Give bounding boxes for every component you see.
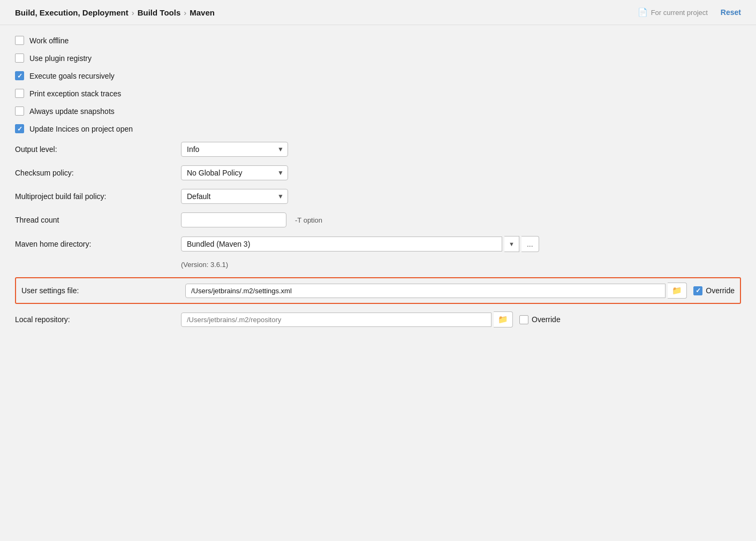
output-level-label: Output level: [15,145,181,154]
thread-count-hint: -T option [295,216,322,224]
user-settings-input[interactable] [185,284,666,298]
local-repo-file-area: 📁 [181,311,513,327]
output-level-select[interactable]: Info Debug Error [181,142,288,157]
update-indices-row: Update Incices on project open [15,124,741,133]
maven-home-label: Maven home directory: [15,240,181,248]
breadcrumb-part3: Maven [190,8,215,17]
thread-count-row: Thread count -T option [15,212,741,227]
maven-home-select[interactable]: Bundled (Maven 3) [181,237,502,252]
for-current-project: 📄 For current project [638,7,708,17]
update-indices-label: Update Incices on project open [29,125,133,133]
print-exception-row: Print exception stack traces [15,89,741,98]
maven-home-browse-button[interactable]: ... [521,236,539,252]
user-settings-override-label: Override [706,286,735,295]
content-area: Work offline Use plugin registry Execute… [0,25,756,351]
multiproject-fail-label: Multiproject build fail policy: [15,192,181,201]
user-settings-file-area: 📁 [185,283,687,299]
user-settings-override-checkbox[interactable] [693,286,702,295]
breadcrumb-part2: Build Tools [138,8,181,17]
work-offline-label: Work offline [29,36,69,45]
work-offline-row: Work offline [15,36,741,45]
breadcrumb-part1: Build, Execution, Deployment [15,8,128,17]
always-update-label: Always update snapshots [29,107,115,116]
user-settings-folder-button[interactable]: 📁 [668,283,687,299]
work-offline-checkbox[interactable] [15,36,24,45]
update-indices-checkbox[interactable] [15,124,24,133]
multiproject-fail-row: Multiproject build fail policy: Default … [15,189,741,204]
multiproject-fail-select-wrapper: Default Never fail Fail at end Fail fast… [181,189,288,204]
local-repo-input[interactable] [181,313,492,327]
maven-home-select-wrapper: Bundled (Maven 3) [181,237,502,252]
always-update-row: Always update snapshots [15,106,741,116]
local-repo-override-area: Override [519,315,561,324]
user-settings-row: User settings file: 📁 Override [15,277,741,304]
local-repo-override-label: Override [532,315,561,324]
header: Build, Execution, Deployment › Build Too… [0,0,756,25]
output-level-control: Info Debug Error ▼ [181,142,288,157]
checksum-policy-row: Checksum policy: No Global Policy Fail W… [15,165,741,180]
maven-home-row: Maven home directory: Bundled (Maven 3) … [15,236,741,252]
local-repo-override-checkbox[interactable] [519,315,528,324]
print-exception-checkbox[interactable] [15,89,24,98]
reset-button[interactable]: Reset [721,8,741,17]
settings-panel: Build, Execution, Deployment › Build Too… [0,0,756,541]
checksum-policy-select-wrapper: No Global Policy Fail Warn Ignore ▼ [181,165,288,180]
user-settings-label: User settings file: [21,286,185,295]
use-plugin-registry-row: Use plugin registry [15,54,741,63]
header-right: 📄 For current project Reset [638,7,741,17]
always-update-checkbox[interactable] [15,106,24,116]
local-repo-label: Local repository: [15,315,181,324]
thread-count-input[interactable] [181,212,286,227]
breadcrumb-sep1: › [132,8,134,17]
local-repo-folder-icon: 📁 [498,315,508,324]
thread-count-label: Thread count [15,216,181,224]
user-settings-override-area: Override [693,286,735,295]
use-plugin-registry-checkbox[interactable] [15,54,24,63]
checksum-policy-label: Checksum policy: [15,169,181,177]
execute-goals-label: Execute goals recursively [29,72,115,80]
output-level-row: Output level: Info Debug Error ▼ [15,142,741,157]
execute-goals-checkbox[interactable] [15,71,24,80]
maven-home-control: Bundled (Maven 3) ▼ ... [181,236,539,252]
thread-count-control: -T option [181,212,322,227]
form-section: Output level: Info Debug Error ▼ Checksu… [15,142,741,327]
maven-version-text: (Version: 3.6.1) [181,261,741,269]
multiproject-fail-select[interactable]: Default Never fail Fail at end Fail fast [181,189,288,204]
breadcrumb: Build, Execution, Deployment › Build Too… [15,8,215,17]
execute-goals-row: Execute goals recursively [15,71,741,80]
checksum-policy-control: No Global Policy Fail Warn Ignore ▼ [181,165,288,180]
folder-icon: 📁 [672,286,682,295]
maven-home-dropdown-button[interactable]: ▼ [504,236,519,252]
multiproject-fail-control: Default Never fail Fail at end Fail fast… [181,189,288,204]
for-current-project-label: For current project [651,9,708,17]
local-repo-row: Local repository: 📁 Override [15,311,741,327]
print-exception-label: Print exception stack traces [29,89,121,98]
output-level-select-wrapper: Info Debug Error ▼ [181,142,288,157]
project-icon: 📄 [638,7,648,17]
local-repo-folder-button[interactable]: 📁 [494,311,513,327]
breadcrumb-sep2: › [184,8,186,17]
use-plugin-registry-label: Use plugin registry [29,54,92,63]
checksum-policy-select[interactable]: No Global Policy Fail Warn Ignore [181,165,288,180]
